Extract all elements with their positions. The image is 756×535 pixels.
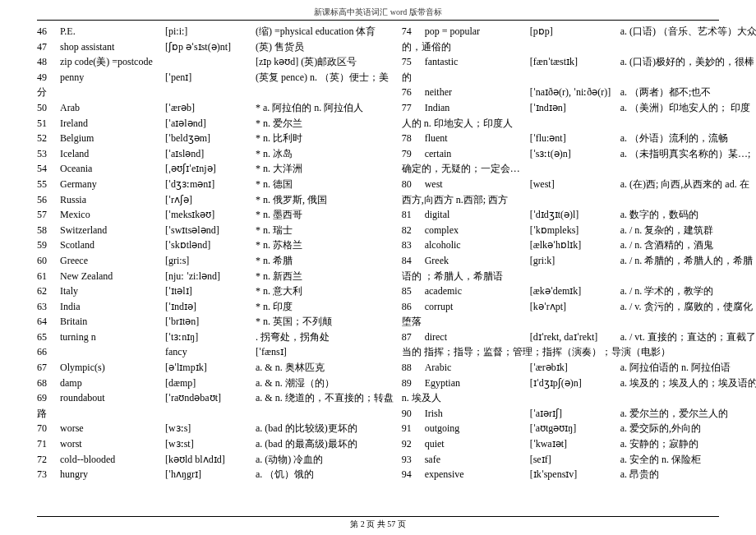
entry-number: 65: [37, 330, 60, 345]
entry-pronunciation: [ˈɪtəlɪ]: [165, 284, 256, 299]
vocab-entry: 55Germany[ˈdʒɜːmənɪ]* n. 德国: [37, 177, 394, 192]
entry-definition: a. (口语) （音乐、艺术等）大众: [620, 24, 756, 39]
entry-number: 83: [402, 238, 425, 253]
continuation-text: 确定的，无疑的；一定会…: [402, 161, 520, 177]
entry-word: New Zealand: [60, 269, 165, 284]
vocab-entry: 87direct[dɪˈrekt, daɪˈrekt]a. / vt. 直接的；…: [402, 330, 756, 345]
entry-definition: . 拐弯处，拐角处: [256, 330, 394, 345]
entry-definition: * n. 比利时: [256, 131, 394, 146]
entry-pronunciation: [ˈnaɪðə(r), ˈniːðə(r)]: [530, 85, 620, 100]
entry-pronunciation: [ˈpenɪ]: [165, 70, 256, 85]
top-rule: [37, 20, 719, 21]
entry-pronunciation: [ˈrʌʃə]: [165, 192, 256, 208]
vocab-entry: 73hungry[ˈhʌŋgrɪ]a. （饥）饿的: [37, 467, 394, 482]
entry-definition: a. (口语)极好的，美妙的，很棒: [620, 54, 756, 70]
entry-pronunciation: [nju: ˈzi:lənd]: [165, 269, 256, 284]
vocab-entry: 65turning n[ˈtɜːnɪŋ]. 拐弯处，拐角处: [37, 330, 394, 345]
entry-definition: a. / n. 希腊的，希腊人的，希腊: [620, 253, 756, 269]
entry-definition: * n. 爱尔兰: [256, 116, 394, 131]
entry-continuation: 堕落: [402, 314, 756, 330]
entry-pronunciation: [ˈsɜːt(ə)n]: [530, 146, 620, 162]
entry-definition: * n. 希腊: [256, 253, 394, 269]
entry-number: 56: [37, 192, 60, 208]
entry-pronunciation: [ˈɪndɪə]: [165, 299, 256, 315]
entry-number: 93: [402, 452, 425, 468]
entry-pronunciation: [ˈærəb]: [165, 100, 256, 116]
entry-word: pop = popular: [425, 24, 530, 39]
continuation-text: 语的 ；希腊人，希腊语: [402, 269, 503, 284]
entry-pronunciation: [ækəˈdemɪk]: [530, 284, 620, 299]
entry-pronunciation: [wɜːst]: [165, 436, 256, 452]
entry-word: certain: [425, 146, 530, 162]
entry-word: neither: [425, 85, 530, 100]
entry-definition: * n. 意大利: [256, 284, 394, 299]
vocab-entry: 88Arabic[ˈærəbɪk]a. 阿拉伯语的 n. 阿拉伯语: [402, 360, 756, 376]
entry-definition: (英) 售货员: [256, 39, 394, 55]
vocab-entry: 72cold--blooded[kəʊld blʌdɪd]a. (动物) 冷血的: [37, 452, 394, 468]
vocab-entry: 68damp[dæmp]a. & n. 潮湿（的）: [37, 376, 394, 391]
entry-definition: a. 安静的；寂静的: [620, 436, 756, 452]
entry-word: Iceland: [60, 146, 165, 162]
entry-pronunciation: [ɪˈdʒɪpʃ(ə)n]: [530, 376, 620, 391]
entry-pronunciation: fancy: [165, 344, 256, 360]
entry-definition: a. 数字的，数码的: [620, 207, 756, 223]
entry-number: 70: [37, 421, 60, 436]
entry-word: Greece: [60, 253, 165, 269]
entry-pronunciation: [ˈswɪtsələnd]: [165, 223, 256, 238]
vocab-entry: 79certain[ˈsɜːt(ə)n]a. （未指明真实名称的）某…;: [402, 146, 756, 162]
entry-definition: a. (bad 的比较级)更坏的: [256, 421, 394, 436]
page-footer: 第 2 页 共 57 页: [0, 516, 756, 530]
entry-word: Mexico: [60, 207, 165, 223]
vocab-entry: 49penny[ˈpenɪ](英复 pence) n. （英）便士；美: [37, 70, 394, 85]
entry-number: 67: [37, 360, 60, 376]
entry-number: 72: [37, 452, 60, 468]
entry-number: 60: [37, 253, 60, 269]
entry-number: 59: [37, 238, 60, 253]
vocab-entry: 81digital[ˈdɪdʒɪt(ə)l]a. 数字的，数码的: [402, 207, 756, 223]
vocab-entry: 62Italy[ˈɪtəlɪ]* n. 意大利: [37, 284, 394, 299]
vocab-entry: 69roundabout[ˈraʊndəbaʊt]a. & n. 绕道的，不直接…: [37, 390, 394, 406]
entry-pronunciation: [ˈaɪələnd]: [165, 116, 256, 131]
entry-word: Indian: [425, 100, 530, 116]
entry-definition: (英复 pence) n. （英）便士；美: [256, 70, 394, 85]
entry-word: Britain: [60, 314, 165, 330]
entry-number: 89: [402, 376, 425, 391]
vocab-entry: 60Greece[gri:s]* n. 希腊: [37, 253, 394, 269]
entry-continuation: 当的 指挥；指导；监督；管理；指挥（演奏）；导演（电影）: [402, 344, 756, 360]
vocab-entry: 58Switzerland[ˈswɪtsələnd]* n. 瑞士: [37, 223, 394, 238]
entry-word: cold--blooded: [60, 452, 165, 468]
entry-pronunciation: [pɒp]: [530, 24, 620, 39]
entry-number: 91: [402, 421, 425, 436]
entry-definition: a. / v. 贪污的，腐败的，使腐化，: [620, 299, 756, 315]
continuation-text: 的: [402, 70, 412, 85]
continuation-text: n. 埃及人: [402, 390, 441, 406]
entry-number: 57: [37, 207, 60, 223]
entry-word: safe: [425, 452, 530, 468]
entry-word: direct: [425, 330, 530, 345]
entry-word: expensive: [425, 467, 530, 482]
entry-word: Scotland: [60, 238, 165, 253]
vocab-entry: 53Iceland[ˈaɪslənd]* n. 冰岛: [37, 146, 394, 162]
entry-definition: a. & n. 绕道的，不直接的；转盘: [256, 390, 394, 406]
entry-pronunciation: [ˈɪndɪən]: [530, 100, 620, 116]
vocab-entry: 74pop = popular[pɒp]a. (口语) （音乐、艺术等）大众: [402, 24, 756, 39]
entry-word: academic: [425, 284, 530, 299]
entry-definition: a. (动物) 冷血的: [256, 452, 394, 468]
entry-pronunciation: [pi:i:]: [165, 24, 256, 39]
entry-definition: * n. 德国: [256, 177, 394, 192]
entry-pronunciation: [ˈaɪslənd]: [165, 146, 256, 162]
entry-word: quiet: [425, 436, 530, 452]
entry-pronunciation: [ˈtɜːnɪŋ]: [165, 330, 256, 345]
entry-word: complex: [425, 223, 530, 238]
entry-word: Olympic(s): [60, 360, 165, 376]
content-columns: 46P.E.[pi:i:](缩) =physical education 体育4…: [37, 24, 719, 482]
entry-pronunciation: [ʃɒp əˈsɪst(ə)nt]: [165, 39, 256, 55]
vocab-entry: 48zip code(美) =postcode[zɪp kəʊd] (英)邮政区…: [37, 54, 394, 70]
entry-word: Belgium: [60, 131, 165, 146]
entry-definition: * n. 英国；不列颠: [256, 314, 394, 330]
entry-definition: a. & n. 潮湿（的）: [256, 376, 394, 391]
entry-continuation: 人的 n. 印地安人；印度人: [402, 116, 756, 131]
vocab-entry: 70worse[wɜːs]a. (bad 的比较级)更坏的: [37, 421, 394, 436]
entry-pronunciation: [ˈkwaɪət]: [530, 436, 620, 452]
entry-continuation: 西方,向西方 n.西部; 西方: [402, 192, 756, 208]
